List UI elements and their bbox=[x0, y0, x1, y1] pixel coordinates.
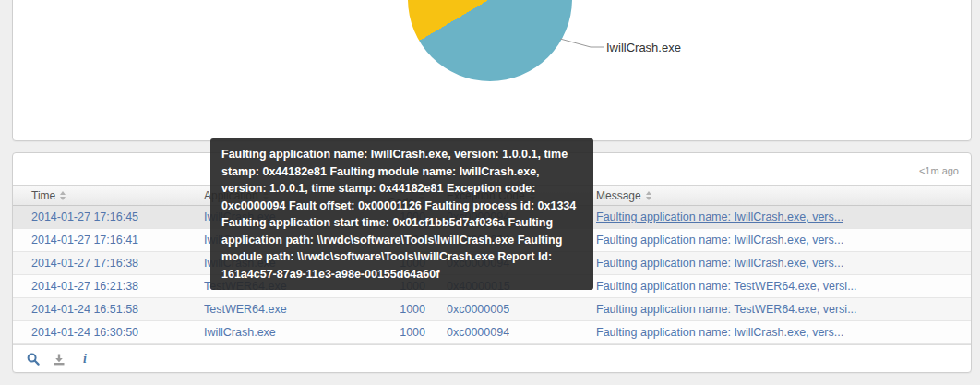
exception-code-link[interactable]: 0xc0000005 bbox=[447, 303, 509, 316]
event-details-tooltip: Faulting application name: IwillCrash.ex… bbox=[210, 138, 593, 290]
message-link[interactable]: Faulting application name: IwillCrash.ex… bbox=[596, 211, 843, 223]
cell-time: 2014-01-24 16:30:50 bbox=[13, 321, 197, 343]
message-link[interactable]: Faulting application name: IwillCrash.ex… bbox=[596, 234, 843, 247]
cell-exception-code: 0xc0000094 bbox=[434, 321, 591, 343]
cell-application: TestWER64.exe bbox=[197, 298, 359, 320]
cell-message: Faulting application name: TestWER64.exe… bbox=[591, 298, 971, 320]
time-link[interactable]: 2014-01-24 16:51:58 bbox=[31, 303, 138, 316]
cell-exception-code: 0xc0000005 bbox=[434, 298, 591, 320]
message-link[interactable]: Faulting application name: TestWER64.exe… bbox=[596, 280, 857, 293]
time-link[interactable]: 2014-01-24 16:30:50 bbox=[31, 326, 138, 339]
cell-message: Faulting application name: TestWER64.exe… bbox=[591, 275, 971, 297]
message-link[interactable]: Faulting application name: IwillCrash.ex… bbox=[596, 326, 843, 339]
time-link[interactable]: 2014-01-27 17:16:38 bbox=[31, 257, 138, 270]
message-link[interactable]: Faulting application name: TestWER64.exe… bbox=[596, 303, 857, 316]
message-link[interactable]: Faulting application name: IwillCrash.ex… bbox=[596, 257, 843, 270]
info-icon[interactable]: i bbox=[78, 352, 91, 366]
cell-message: Faulting application name: IwillCrash.ex… bbox=[591, 229, 971, 251]
data-age-label: <1m ago bbox=[919, 165, 959, 176]
cell-time: 2014-01-27 17:16:41 bbox=[13, 229, 197, 251]
cell-time: 2014-01-27 17:16:38 bbox=[13, 252, 197, 274]
application-link[interactable]: TestWER64.exe bbox=[204, 303, 287, 316]
cell-message: Faulting application name: IwillCrash.ex… bbox=[591, 206, 971, 228]
column-header-message[interactable]: Message bbox=[591, 186, 971, 205]
column-label: Message bbox=[596, 189, 641, 202]
time-link[interactable]: 2014-01-27 17:16:45 bbox=[31, 211, 138, 223]
table-footer: i bbox=[13, 344, 971, 372]
pie-slice-label: IwillCrash.exe bbox=[606, 41, 681, 54]
search-icon[interactable] bbox=[27, 352, 40, 366]
time-link[interactable]: 2014-01-27 16:21:38 bbox=[31, 280, 138, 293]
sort-icon bbox=[646, 191, 651, 200]
event-code-link[interactable]: 1000 bbox=[400, 326, 425, 339]
sort-icon bbox=[60, 191, 66, 200]
table-row: 2014-01-24 16:51:58TestWER64.exe10000xc0… bbox=[13, 298, 971, 321]
cell-event-code: 1000 bbox=[359, 321, 434, 343]
download-icon[interactable] bbox=[53, 352, 66, 366]
column-header-time[interactable]: Time bbox=[13, 186, 197, 205]
cell-time: 2014-01-27 16:21:38 bbox=[13, 275, 197, 297]
event-code-link[interactable]: 1000 bbox=[400, 303, 425, 316]
column-label: Time bbox=[31, 189, 55, 202]
cell-message: Faulting application name: IwillCrash.ex… bbox=[591, 321, 971, 343]
table-row: 2014-01-24 16:30:50IwillCrash.exe10000xc… bbox=[13, 321, 971, 344]
time-link[interactable]: 2014-01-27 17:16:41 bbox=[31, 234, 138, 247]
cell-time: 2014-01-27 17:16:45 bbox=[13, 206, 197, 228]
cell-message: Faulting application name: IwillCrash.ex… bbox=[591, 252, 971, 274]
cell-time: 2014-01-24 16:51:58 bbox=[13, 298, 197, 320]
exception-code-link[interactable]: 0xc0000094 bbox=[447, 326, 509, 339]
cell-event-code: 1000 bbox=[359, 298, 434, 320]
application-link[interactable]: IwillCrash.exe bbox=[204, 326, 276, 339]
cell-application: IwillCrash.exe bbox=[197, 321, 359, 343]
